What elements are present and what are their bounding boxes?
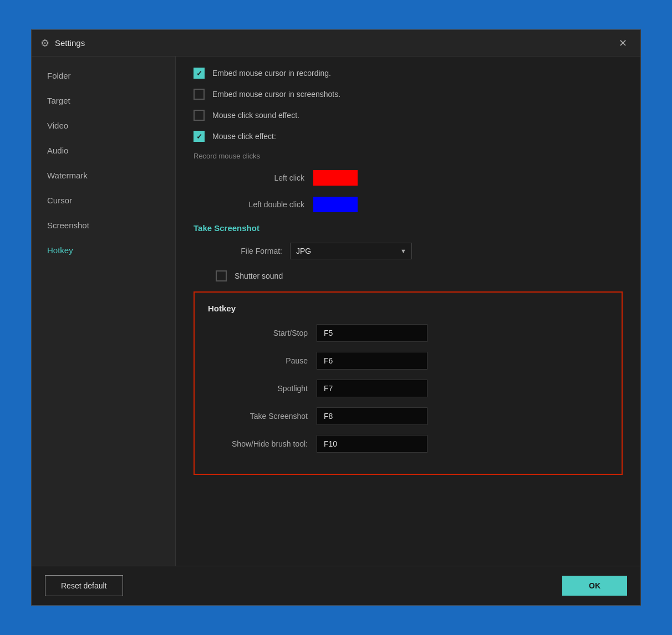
file-format-select-wrapper[interactable]: JPG PNG BMP <box>290 243 412 259</box>
sidebar-item-audio[interactable]: Audio <box>32 138 175 163</box>
hotkey-label-brush-tool: Show/Hide brush tool: <box>208 439 308 448</box>
option-row-3: Mouse click sound effect. <box>194 110 623 121</box>
hotkey-input-pause[interactable] <box>317 352 427 370</box>
hotkey-label-pause: Pause <box>208 356 308 365</box>
checkbox-click-effect[interactable] <box>194 131 205 142</box>
sidebar-item-video[interactable]: Video <box>32 113 175 138</box>
record-mouse-clicks-label: Record mouse clicks <box>194 152 623 160</box>
hotkey-input-take-screenshot[interactable] <box>317 407 427 425</box>
main-body: Folder Target Video Audio Watermark Curs… <box>32 57 640 566</box>
option-label-3: Mouse click sound effect. <box>212 111 299 120</box>
settings-window: ⚙ Settings ✕ Folder Target Video Audio W… <box>31 29 641 606</box>
left-click-label: Left click <box>216 173 304 182</box>
ok-button[interactable]: OK <box>562 576 627 596</box>
hotkey-label-spotlight: Spotlight <box>208 384 308 393</box>
hotkey-label-startstop: Start/Stop <box>208 329 308 337</box>
shutter-sound-row: Shutter sound <box>216 270 623 281</box>
take-screenshot-title: Take Screenshot <box>194 223 623 233</box>
option-label-1: Embed mouse cursor in recording. <box>212 69 331 78</box>
checkbox-embed-cursor-screenshots[interactable] <box>194 89 205 100</box>
footer: Reset default OK <box>32 566 640 605</box>
close-button[interactable]: ✕ <box>614 35 632 52</box>
hotkey-row-spotlight: Spotlight <box>208 380 608 397</box>
file-format-select[interactable]: JPG PNG BMP <box>290 243 412 259</box>
left-click-color-swatch[interactable] <box>313 170 358 186</box>
option-label-2: Embed mouse cursor in screenshots. <box>212 90 340 99</box>
hotkey-input-startstop[interactable] <box>317 324 427 342</box>
option-row-4: Mouse click effect: <box>194 131 623 142</box>
hotkey-input-brush-tool[interactable] <box>317 435 427 453</box>
hotkey-row-take-screenshot: Take Screenshot <box>208 407 608 425</box>
hotkey-section-title: Hotkey <box>208 304 608 313</box>
file-format-label: File Format: <box>216 247 282 255</box>
left-double-click-color-swatch[interactable] <box>313 197 358 212</box>
file-format-row: File Format: JPG PNG BMP <box>216 243 623 259</box>
checkbox-click-sound[interactable] <box>194 110 205 121</box>
checkbox-shutter-sound[interactable] <box>216 270 227 281</box>
hotkey-label-take-screenshot: Take Screenshot <box>208 412 308 421</box>
reset-default-button[interactable]: Reset default <box>45 575 123 596</box>
sidebar-item-target[interactable]: Target <box>32 88 175 113</box>
left-double-click-row: Left double click <box>216 197 623 212</box>
titlebar: ⚙ Settings ✕ <box>32 30 640 57</box>
sidebar-item-hotkey[interactable]: Hotkey <box>32 238 175 263</box>
sidebar-item-cursor[interactable]: Cursor <box>32 188 175 213</box>
option-row-2: Embed mouse cursor in screenshots. <box>194 89 623 100</box>
sidebar-item-folder[interactable]: Folder <box>32 63 175 88</box>
hotkey-input-spotlight[interactable] <box>317 380 427 397</box>
sidebar-item-watermark[interactable]: Watermark <box>32 163 175 188</box>
settings-icon: ⚙ <box>40 37 49 49</box>
sidebar: Folder Target Video Audio Watermark Curs… <box>32 57 176 566</box>
sidebar-item-screenshot[interactable]: Screenshot <box>32 213 175 238</box>
option-row-1: Embed mouse cursor in recording. <box>194 68 623 79</box>
content-area: Embed mouse cursor in recording. Embed m… <box>176 57 640 566</box>
left-click-row: Left click <box>216 170 623 186</box>
hotkey-section: Hotkey Start/Stop Pause Spotlight Take S… <box>194 291 623 475</box>
hotkey-row-brush-tool: Show/Hide brush tool: <box>208 435 608 453</box>
hotkey-row-startstop: Start/Stop <box>208 324 608 342</box>
hotkey-row-pause: Pause <box>208 352 608 370</box>
window-title: Settings <box>55 38 614 48</box>
left-double-click-label: Left double click <box>216 200 304 209</box>
option-label-4: Mouse click effect: <box>212 132 276 141</box>
shutter-sound-label: Shutter sound <box>235 272 283 280</box>
checkbox-embed-cursor-recording[interactable] <box>194 68 205 79</box>
